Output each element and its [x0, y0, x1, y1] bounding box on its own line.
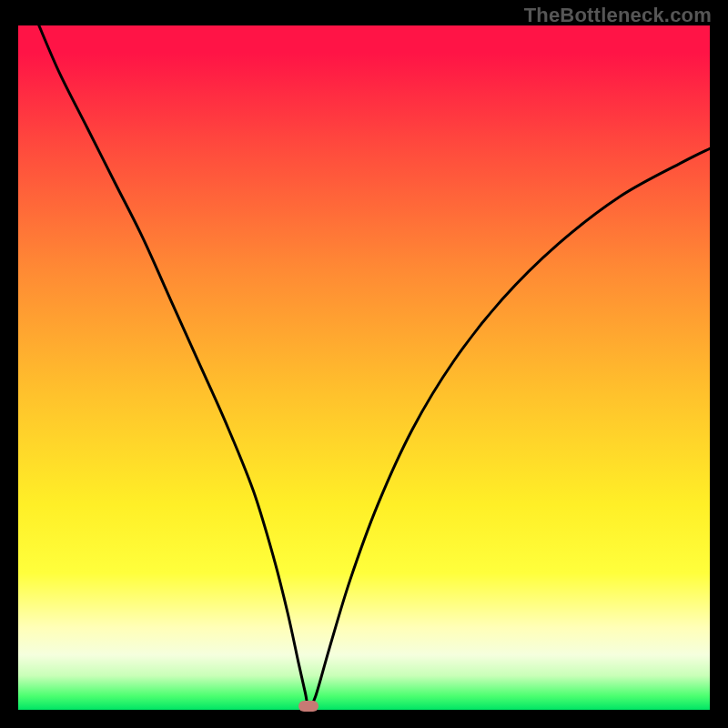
plot-area: [18, 25, 710, 710]
chart-frame: TheBottleneck.com: [0, 0, 728, 728]
bottleneck-curve: [39, 25, 710, 706]
minimum-marker: [298, 701, 318, 712]
curve-layer: [18, 25, 710, 710]
watermark-text: TheBottleneck.com: [524, 4, 712, 27]
